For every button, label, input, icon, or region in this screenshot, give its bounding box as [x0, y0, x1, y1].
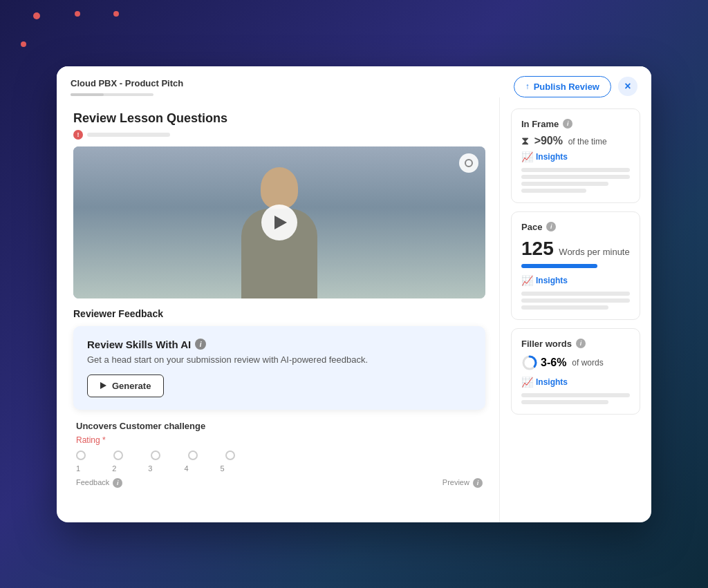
upload-icon: ↑ [525, 82, 530, 91]
chart-icon-filler: 📈 [521, 377, 533, 388]
pace-insights-link[interactable]: 📈 Insights [521, 275, 630, 286]
decorative-dot-3 [113, 11, 119, 17]
filler-suffix: of words [572, 358, 603, 368]
in-frame-title: In Frame i [521, 119, 630, 129]
rating-label-text: Rating [76, 435, 100, 445]
in-frame-percent: >90% [534, 135, 563, 146]
pace-placeholder [521, 292, 630, 310]
filler-insights-label: Insights [536, 377, 568, 387]
pace-ph-line-3 [521, 305, 608, 310]
in-frame-value: ⧗ >90% of the time [521, 135, 630, 147]
ai-panel-title-text: Review Skills With AI [87, 339, 191, 350]
rating-dot-4[interactable] [188, 451, 198, 460]
main-card: Cloud PBX - Product Pitch ↑ Publish Revi… [57, 66, 651, 522]
filler-ph-line-2 [521, 400, 608, 404]
person-head [261, 167, 298, 209]
rating-num-3: 3 [148, 464, 152, 473]
filler-percent-container: 3-6% of words [521, 354, 630, 371]
rating-section: Uncovers Customer challenge Rating * 1 2… [73, 421, 485, 488]
generate-button-label: Generate [112, 381, 151, 391]
lesson-title: Review Lesson Questions [73, 111, 485, 126]
ai-panel: Review Skills With AI i Get a head start… [73, 326, 485, 410]
rating-dot-2[interactable] [113, 451, 123, 460]
filler-words-card: Filler words i 3-6% of words 📈 Insights [511, 328, 640, 415]
publish-review-button[interactable]: ↑ Publish Review [514, 76, 611, 97]
preview-label-text: Preview [442, 478, 469, 486]
rating-numbers: 1 2 3 4 5 [76, 464, 483, 473]
pace-progress-bar [521, 264, 597, 268]
ai-panel-description: Get a head start on your submission revi… [87, 354, 472, 365]
publish-button-label: Publish Review [534, 82, 599, 92]
play-button[interactable] [261, 205, 297, 240]
pace-title: Pace i [521, 222, 630, 232]
rating-num-4: 4 [184, 464, 188, 473]
rating-num-1: 1 [76, 464, 80, 473]
pace-value: 125 Words per minute [521, 238, 630, 260]
header-left: Cloud PBX - Product Pitch [71, 77, 183, 96]
rating-dot-3[interactable] [151, 451, 160, 460]
pace-info-icon: i [546, 222, 556, 231]
card-header: Cloud PBX - Product Pitch ↑ Publish Revi… [57, 66, 651, 97]
filler-value: 3-6% [541, 357, 566, 369]
card-title: Cloud PBX - Product Pitch [71, 78, 183, 88]
filler-insights-link[interactable]: 📈 Insights [521, 377, 630, 388]
record-button[interactable] [459, 153, 478, 173]
filler-ph-line-1 [521, 393, 630, 397]
pace-title-text: Pace [521, 222, 542, 232]
bottom-labels: Feedback i Preview i [76, 478, 483, 488]
pace-unit: Words per minute [559, 247, 629, 257]
pace-ph-line-1 [521, 292, 630, 296]
rating-dot-1[interactable] [76, 451, 86, 460]
in-frame-title-text: In Frame [521, 119, 559, 129]
pace-insights-label: Insights [536, 276, 568, 285]
preview-label: Preview i [442, 478, 483, 488]
generate-button[interactable]: Generate [87, 374, 164, 397]
rating-num-2: 2 [112, 464, 116, 473]
chart-icon-pace: 📈 [521, 275, 533, 286]
rating-question: Uncovers Customer challenge [76, 421, 483, 431]
close-icon: × [624, 80, 631, 93]
rating-label: Rating * [76, 435, 483, 445]
card-body: Review Lesson Questions ! [57, 97, 651, 522]
chart-icon-inframe: 📈 [521, 151, 533, 162]
filler-arc-icon [521, 354, 538, 371]
error-line [87, 133, 170, 137]
hourglass-icon: ⧗ [521, 135, 529, 146]
error-indicator: ! [73, 130, 485, 140]
filler-words-title-text: Filler words [521, 339, 572, 349]
feedback-label-text: Feedback [76, 478, 109, 486]
ph-line-2 [521, 175, 630, 179]
rating-dots [76, 451, 483, 460]
required-marker: * [102, 435, 106, 445]
in-frame-insights-label: Insights [536, 152, 568, 162]
preview-info-icon: i [473, 478, 483, 488]
rating-num-5: 5 [221, 464, 225, 473]
filler-placeholder [521, 393, 630, 404]
pace-card: Pace i 125 Words per minute 📈 Insights [511, 211, 640, 320]
ai-panel-title: Review Skills With AI i [87, 339, 472, 350]
decorative-dot-2 [75, 11, 80, 17]
in-frame-card: In Frame i ⧗ >90% of the time 📈 Insights [511, 108, 640, 203]
pace-number: 125 [521, 238, 554, 259]
filler-words-info-icon: i [576, 339, 586, 348]
left-panel: Review Lesson Questions ! [57, 97, 499, 522]
video-container[interactable] [73, 146, 485, 298]
close-button[interactable]: × [618, 77, 637, 96]
ph-line-4 [521, 189, 586, 193]
in-frame-suffix: of the time [568, 137, 607, 146]
play-triangle-icon [274, 216, 287, 229]
feedback-label: Feedback i [76, 478, 122, 488]
feedback-info-icon: i [113, 478, 122, 488]
decorative-dot-1 [33, 12, 40, 19]
ai-info-icon: i [195, 339, 206, 350]
right-panel: In Frame i ⧗ >90% of the time 📈 Insights [499, 97, 651, 522]
ph-line-1 [521, 168, 630, 172]
generate-play-icon [100, 382, 106, 389]
in-frame-placeholder [521, 168, 630, 193]
decorative-dot-4 [21, 41, 26, 47]
filler-words-title: Filler words i [521, 339, 630, 349]
rating-dot-5[interactable] [225, 451, 235, 460]
ph-line-3 [521, 182, 608, 186]
in-frame-insights-link[interactable]: 📈 Insights [521, 151, 630, 162]
error-dot-icon: ! [73, 130, 83, 140]
